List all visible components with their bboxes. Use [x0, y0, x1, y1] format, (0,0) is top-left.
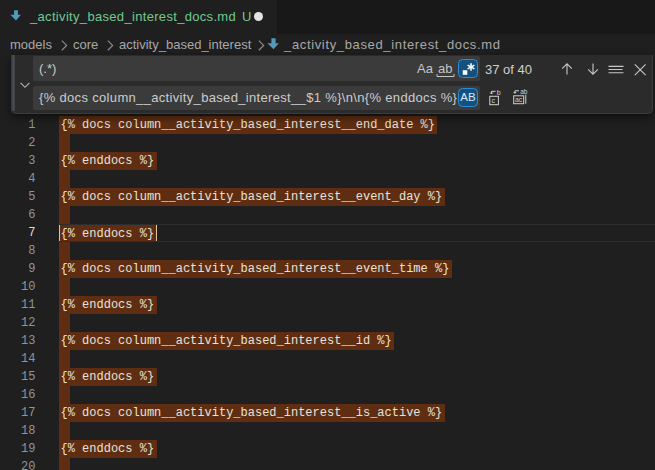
svg-text:b: b	[497, 89, 501, 96]
svg-text:c: c	[491, 97, 495, 104]
svg-text:ab: ab	[520, 89, 528, 95]
svg-text:ac: ac	[515, 96, 523, 103]
